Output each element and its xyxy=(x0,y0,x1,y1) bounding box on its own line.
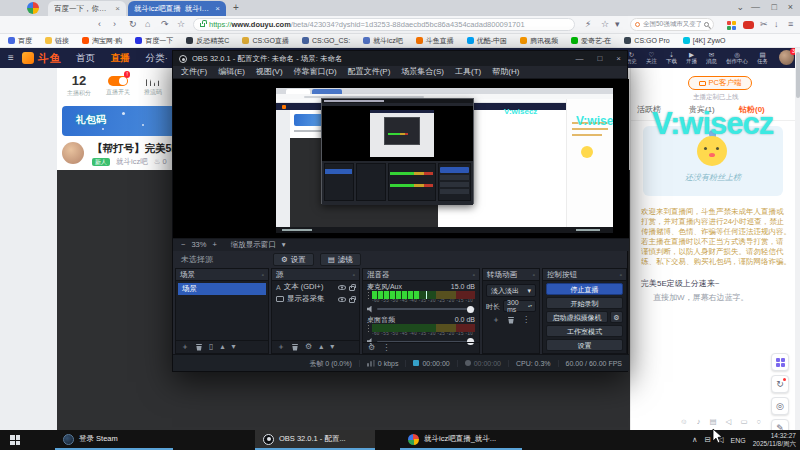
scrollbar-thumb[interactable] xyxy=(796,52,800,98)
menu-scene-collection[interactable]: 场景集合(S) xyxy=(401,68,444,76)
scene-item[interactable]: 场景 xyxy=(178,283,266,295)
mixer-settings-gear-icon[interactable]: ⚙ xyxy=(368,344,375,352)
drag-grip[interactable] xyxy=(367,324,370,332)
url-dropdown-icon[interactable]: ▾ xyxy=(615,20,620,29)
kebab-menu-icon[interactable]: ⋮ xyxy=(522,316,530,324)
pc-client-button[interactable]: PC客户端 xyxy=(688,76,752,90)
menu-edit[interactable]: 编辑(E) xyxy=(218,68,245,76)
game-center-icon[interactable] xyxy=(743,21,754,29)
drag-grip[interactable] xyxy=(367,291,370,299)
chevron-down-icon[interactable]: ▾ xyxy=(282,241,286,249)
user-avatar[interactable]: 3 xyxy=(779,50,794,65)
zoom-out-button[interactable]: − xyxy=(181,241,185,249)
bookmark-item[interactable]: 百度一下 xyxy=(135,37,173,44)
obs-preview[interactable]: V:wisecz V:wisecz xyxy=(173,79,629,238)
lock-icon[interactable] xyxy=(349,298,355,303)
danmu-panel-button[interactable] xyxy=(771,353,789,371)
redo-icon[interactable]: ↷ xyxy=(161,20,169,29)
zoom-in-button[interactable]: + xyxy=(212,241,216,249)
obs-close-button[interactable]: × xyxy=(616,55,621,63)
bookmark-item[interactable]: 链接 xyxy=(45,37,69,44)
record-button[interactable]: ◎ xyxy=(771,397,789,415)
taskbar-obs[interactable]: OBS 32.0.1 - 配置... xyxy=(255,430,375,450)
studio-mode-button[interactable]: 工作室模式 xyxy=(546,325,623,337)
move-up-button[interactable]: ▴ xyxy=(319,343,323,351)
start-recording-button[interactable]: 开始录制 xyxy=(546,297,623,309)
mute-icon[interactable]: ◁ xyxy=(726,418,732,426)
source-item-text[interactable]: A 文本 (GDI+) xyxy=(272,281,359,293)
taskbar-browser[interactable]: 就斗icz吧直播_就斗... xyxy=(400,430,522,450)
source-filters-button[interactable]: ▤滤镜 xyxy=(320,253,361,266)
pin-icon[interactable]: ▫ xyxy=(353,272,355,278)
move-up-button[interactable]: ▴ xyxy=(220,343,224,351)
streamer-avatar[interactable] xyxy=(62,142,84,164)
nav-live[interactable]: 直播 xyxy=(111,53,130,63)
tabs-menu-icon[interactable]: ⌄ xyxy=(736,3,744,12)
bookmark-item[interactable]: 就斗icz吧 xyxy=(363,37,403,44)
search-icon[interactable] xyxy=(704,22,709,27)
volume-slider[interactable] xyxy=(377,308,475,310)
window-minimize-button[interactable]: — xyxy=(751,3,760,12)
slider-knob[interactable] xyxy=(467,306,474,313)
flash-icon[interactable]: ⚡ xyxy=(585,20,591,29)
search-input[interactable]: 全国50强城市又变了 xyxy=(630,18,714,31)
menu-messages[interactable]: ✉消息 xyxy=(706,52,717,65)
pin-icon[interactable]: ▫ xyxy=(473,272,475,278)
home-icon[interactable]: ⌂ xyxy=(145,20,150,29)
tray-clock[interactable]: 14:32:27 2025/11/8/周六 xyxy=(753,432,796,448)
stop-streaming-button[interactable]: 停止直播 xyxy=(546,283,623,295)
menu-docks[interactable]: 停靠窗口(D) xyxy=(294,68,337,76)
screenshot-scissors-icon[interactable]: ✂ xyxy=(760,20,768,29)
new-tab-button[interactable]: + xyxy=(233,3,239,13)
pin-icon[interactable]: ▫ xyxy=(262,272,264,278)
pin-icon[interactable]: ▫ xyxy=(533,272,535,278)
menu-tools[interactable]: 工具(T) xyxy=(455,68,481,76)
virtual-camera-settings-gear-icon[interactable]: ⚙ xyxy=(610,311,623,323)
duration-input[interactable]: 300 ms▴▾ xyxy=(503,300,536,312)
obs-maximize-button[interactable]: □ xyxy=(597,55,602,63)
duplicate-icon[interactable]: ▯ xyxy=(209,343,213,351)
remove-source-button[interactable] xyxy=(292,344,298,351)
source-properties-gear-icon[interactable]: ⚙ xyxy=(305,343,312,351)
bookmark-item[interactable]: 腾讯视频 xyxy=(520,37,558,44)
live-toggle-stat[interactable]: ! 直播开关 xyxy=(99,74,137,95)
browser-menu-icon[interactable]: ≡ xyxy=(788,20,793,29)
spinner-arrows[interactable]: ▴▾ xyxy=(528,304,532,308)
bookmark-item[interactable]: 反恐精英C xyxy=(186,37,229,44)
back-icon[interactable]: ‹ xyxy=(98,20,101,29)
input-language[interactable]: ENG xyxy=(731,437,746,444)
hamburger-menu-icon[interactable]: ≡ xyxy=(8,53,14,63)
pin-icon[interactable]: ▫ xyxy=(620,272,622,278)
bookmark-item[interactable]: CS:GO直播 xyxy=(242,37,289,44)
reload-icon[interactable]: ↻ xyxy=(129,20,137,29)
add-transition-button[interactable]: ＋ xyxy=(492,316,500,324)
nav-category[interactable]: 分类· xyxy=(146,53,168,63)
window-maximize-button[interactable]: □ xyxy=(772,3,777,12)
browser-logo-icon[interactable] xyxy=(27,2,39,14)
source-settings-button[interactable]: ⚙设置 xyxy=(273,253,314,266)
move-down-button[interactable]: ▾ xyxy=(330,343,334,351)
bookmark-item[interactable]: 爱奇艺-在 xyxy=(571,37,611,44)
lock-icon[interactable] xyxy=(349,286,355,291)
bookmark-item[interactable]: [4K] ZywO xyxy=(683,37,726,44)
menu-profile[interactable]: 配置文件(P) xyxy=(348,68,391,76)
menu-creator-center[interactable]: ◎创作中心 xyxy=(726,52,748,65)
panel-icon[interactable]: ▤ xyxy=(710,418,717,426)
tab-close-icon[interactable]: × xyxy=(215,5,220,13)
remove-scene-button[interactable] xyxy=(196,344,202,351)
bookmark-item[interactable]: 百度 xyxy=(8,37,32,44)
speaker-icon[interactable] xyxy=(367,306,374,313)
menu-broadcast[interactable]: ▶开播 xyxy=(686,52,697,65)
streamer-name[interactable]: 就斗icz吧 xyxy=(116,158,148,166)
favorite-star-icon[interactable]: ☆ xyxy=(601,20,609,29)
bookmark-star-icon[interactable]: ☆ xyxy=(177,20,185,29)
tray-expand-icon[interactable]: ∧ xyxy=(692,436,698,444)
douyu-brand[interactable]: 斗鱼 xyxy=(38,53,62,64)
kebab-menu-icon[interactable]: ⋮ xyxy=(382,344,390,352)
apps-grid-icon[interactable] xyxy=(727,21,736,30)
menu-file[interactable]: 文件(F) xyxy=(181,68,207,76)
menu-follow[interactable]: ♡关注 xyxy=(646,52,657,65)
douyu-logo-icon[interactable] xyxy=(22,52,34,64)
obs-minimize-button[interactable]: — xyxy=(575,55,583,63)
move-down-button[interactable]: ▾ xyxy=(231,343,235,351)
